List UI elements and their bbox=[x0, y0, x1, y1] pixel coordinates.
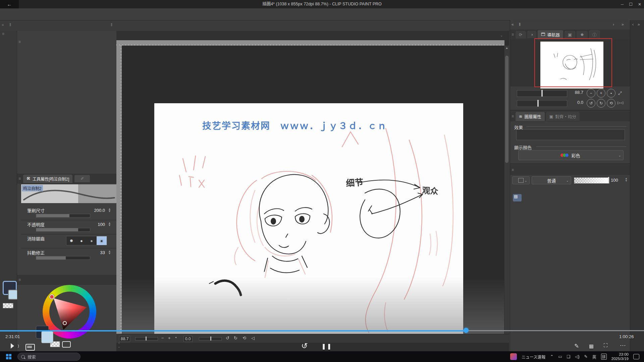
nav-flip-horizontal-icon[interactable]: ▷◁ bbox=[618, 101, 623, 105]
pause-button[interactable]: ❚❚ bbox=[321, 343, 332, 350]
display-icon[interactable]: ❑ bbox=[567, 354, 571, 359]
rotation-reset-icon[interactable]: ⟲ bbox=[243, 336, 246, 341]
taskbar-search[interactable]: 搜索 bbox=[17, 353, 80, 361]
tab-tool-property[interactable]: 🛠工具屬性[鸣泣自制2] bbox=[23, 175, 72, 183]
tab-quick-access[interactable]: ⟳ bbox=[516, 31, 526, 39]
nav-zoom-out-icon[interactable]: − bbox=[587, 89, 595, 98]
tab-align-distribute[interactable]: ▣對齊・均分 bbox=[546, 112, 580, 121]
subtool-menu-icon[interactable]: ≡ bbox=[18, 40, 21, 44]
nav-zoom-fit-icon[interactable]: ▪ bbox=[607, 89, 615, 98]
annotate-pencil-icon[interactable]: ✎ bbox=[574, 343, 579, 350]
layer-property-menu-icon[interactable]: ≡ bbox=[512, 114, 514, 119]
opacity-slider[interactable] bbox=[36, 228, 90, 232]
antialias-middle-icon[interactable]: ● bbox=[87, 236, 97, 245]
nav-rotate-reset-icon[interactable]: ⟲ bbox=[607, 99, 615, 108]
subtitle-icon[interactable] bbox=[25, 344, 35, 351]
tab-layer-property[interactable]: ≋圖層屬性 bbox=[516, 112, 545, 121]
ime-mode[interactable]: 拼 bbox=[601, 354, 607, 360]
close-button[interactable]: ✕ bbox=[638, 2, 641, 7]
tab-pose[interactable]: ☻ bbox=[577, 31, 588, 38]
navigator-zoom-slider[interactable] bbox=[517, 90, 567, 97]
minimize-button[interactable]: ─ bbox=[621, 2, 624, 7]
zoom-reset-icon[interactable]: ▪ bbox=[175, 336, 177, 339]
antialias-none-icon[interactable]: ✹ bbox=[66, 236, 76, 245]
volume-icon[interactable]: ) bbox=[11, 343, 19, 349]
layer-opacity-slider[interactable] bbox=[574, 177, 609, 184]
nav-rotate-right-icon[interactable]: ↻ bbox=[597, 99, 605, 108]
flip-horizontal-icon[interactable]: ◁ bbox=[251, 336, 255, 341]
display-color-dropdown[interactable]: 彩色 ⌄ bbox=[518, 150, 624, 160]
layer-list-view-icon[interactable]: ▤ bbox=[513, 194, 522, 201]
transparent-color-swatch[interactable] bbox=[3, 303, 13, 308]
navigator-preview-area[interactable] bbox=[510, 40, 630, 86]
nav-rotate-left-icon[interactable]: ↺ bbox=[587, 99, 595, 108]
canvas-zoom-slider[interactable] bbox=[135, 337, 158, 341]
zoom-out-icon[interactable]: − bbox=[161, 336, 164, 341]
fullscreen-icon[interactable]: ⛶ bbox=[604, 343, 607, 349]
drag-handle-icon[interactable]: ⫴ bbox=[9, 22, 11, 27]
tab-reference[interactable]: ▣ bbox=[565, 31, 575, 39]
tab-subview[interactable]: ◑ bbox=[527, 31, 537, 38]
navigator-view-frame[interactable] bbox=[534, 38, 612, 87]
stabilization-slider[interactable] bbox=[36, 256, 90, 260]
canvas-rotation-slider[interactable] bbox=[199, 337, 222, 341]
rotate-right-icon[interactable]: ↻ bbox=[234, 336, 237, 341]
layer-opacity-stepper[interactable]: ▲▼ bbox=[625, 177, 628, 182]
drag-handle-icon[interactable]: ⫴ bbox=[111, 22, 113, 27]
news-label[interactable]: ニュース速報 bbox=[522, 354, 545, 360]
canvas-viewport[interactable]: 细节 观众 技艺学习素材网 ｗｗｗ．ｊｙ３ｄ．ｃｎ bbox=[122, 46, 504, 334]
tablet-mode-icon[interactable]: ▭ bbox=[558, 354, 562, 359]
zoom-in-icon[interactable]: + bbox=[168, 336, 171, 341]
tab-brush-detail[interactable]: ✐ bbox=[74, 175, 90, 182]
tab-navigator[interactable]: 🗔導航器 bbox=[538, 30, 563, 39]
layer-opacity-value[interactable]: 100 bbox=[611, 178, 618, 183]
nav-zoom-in-icon[interactable]: + bbox=[597, 89, 605, 98]
scrollbar-thumb[interactable] bbox=[505, 56, 508, 163]
tab-information-icon[interactable]: ⓘ bbox=[589, 30, 600, 39]
vertical-scrollbar[interactable]: ▲ bbox=[504, 46, 509, 334]
color-panel-menu-icon[interactable]: ≡ bbox=[18, 278, 21, 282]
canvas-zoom-value[interactable]: 88.7 bbox=[119, 336, 130, 342]
collapse-panels-icon[interactable]: « bbox=[512, 22, 514, 27]
collapse-left-icon[interactable]: « bbox=[2, 22, 4, 27]
maximize-button[interactable]: ☐ bbox=[629, 2, 633, 7]
navigator-menu-icon[interactable]: ≡ bbox=[512, 32, 514, 37]
wheel-sub-color-swatch[interactable] bbox=[41, 331, 53, 343]
brush-size-stepper[interactable]: ▲▼ bbox=[108, 208, 111, 213]
keyboard-icon[interactable]: ▦ bbox=[589, 343, 594, 349]
tool-property-menu-icon[interactable]: ≡ bbox=[18, 176, 21, 181]
video-progress-handle[interactable] bbox=[464, 328, 469, 333]
start-button[interactable] bbox=[6, 354, 11, 359]
palette-color-dropdown[interactable]: ⌄ bbox=[512, 176, 530, 184]
brush-size-slider[interactable] bbox=[36, 214, 90, 218]
sv-selector-icon[interactable] bbox=[63, 321, 67, 325]
tab-overflow-icon[interactable]: ⌄ bbox=[500, 34, 503, 37]
rotate-left-icon[interactable]: ↺ bbox=[226, 336, 229, 341]
blend-mode-dropdown[interactable]: 普通⌄ bbox=[532, 176, 571, 184]
status-collapse-icon[interactable]: ⌃⌄ bbox=[118, 343, 120, 348]
strip-last-icon[interactable]: » bbox=[638, 22, 640, 27]
notification-icon[interactable] bbox=[633, 354, 639, 359]
taskbar-clock[interactable]: 23:002025/3/19 bbox=[611, 352, 629, 361]
canvas-rotation-value[interactable]: 0.0 bbox=[183, 336, 193, 342]
antialias-weak-icon[interactable]: ● bbox=[76, 236, 87, 245]
hue-selector-icon[interactable] bbox=[49, 294, 54, 299]
pen-tray-icon[interactable]: ✎ bbox=[584, 354, 588, 359]
panel-next-icon[interactable]: › bbox=[613, 22, 614, 27]
ime-language[interactable]: 英 bbox=[592, 354, 596, 360]
more-options-icon[interactable]: ⋯ bbox=[620, 342, 626, 349]
strip-prev-icon[interactable]: ‹ bbox=[632, 22, 634, 27]
volume-tray-icon[interactable]: ◁) bbox=[575, 354, 580, 359]
navigator-rotation-slider[interactable] bbox=[517, 100, 567, 107]
scroll-up-icon[interactable]: ▲ bbox=[504, 46, 509, 50]
opacity-stepper[interactable]: ▲▼ bbox=[108, 222, 111, 227]
color-comment-icon[interactable] bbox=[62, 341, 71, 348]
layer-palette-menu-icon[interactable]: ≡ bbox=[512, 168, 514, 172]
stabilization-stepper[interactable]: ▲▼ bbox=[108, 250, 111, 255]
sub-color-swatch[interactable] bbox=[8, 290, 18, 300]
panel-drag-handle-icon[interactable]: ⫴ bbox=[519, 22, 521, 27]
nav-flip-icon[interactable]: ⤢ bbox=[618, 90, 622, 96]
tray-chevron-icon[interactable]: ⌃ bbox=[550, 354, 553, 359]
document-canvas[interactable]: 细节 观众 bbox=[154, 103, 463, 334]
panel-last-icon[interactable]: » bbox=[622, 22, 624, 27]
